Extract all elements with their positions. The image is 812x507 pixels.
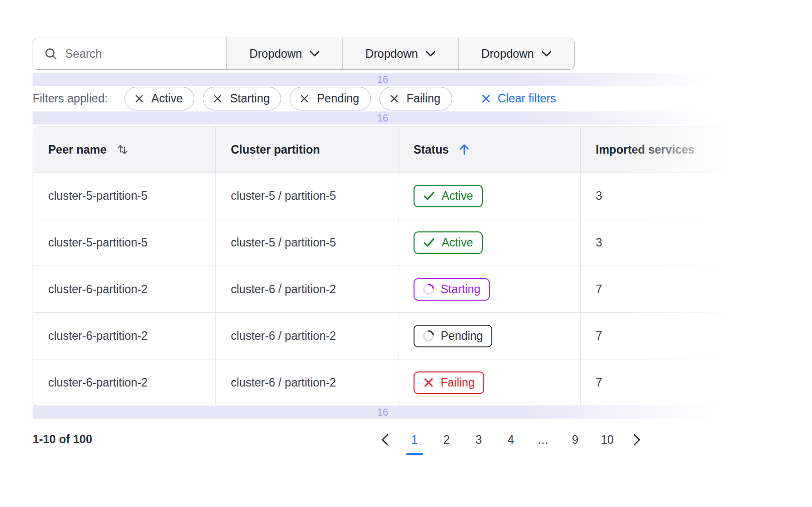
- cell-peer-name: cluster-5-partition-5: [33, 173, 215, 219]
- cell-peer-name: cluster-6-partition-2: [33, 266, 215, 312]
- chevron-down-icon: [542, 51, 552, 57]
- status-badge-starting: Starting: [414, 278, 490, 301]
- remove-filter-icon[interactable]: [300, 94, 309, 103]
- cell-cluster-partition: cluster-6 / partition-2: [215, 359, 398, 406]
- cell-cluster-partition: cluster-6 / partition-2: [215, 266, 398, 312]
- cell-status: Pending: [398, 313, 580, 359]
- filter-toolbar: Dropdown Dropdown Dropdown: [33, 38, 575, 70]
- chevron-down-icon: [426, 51, 436, 57]
- table-row: cluster-5-partition-5 cluster-5 / partit…: [33, 219, 732, 266]
- search-field[interactable]: [33, 38, 226, 69]
- dropdown-button-1[interactable]: Dropdown: [226, 38, 342, 69]
- sort-ascending-icon[interactable]: [458, 143, 471, 157]
- cell-cluster-partition: cluster-5 / partition-5: [215, 173, 398, 219]
- remove-filter-icon[interactable]: [213, 94, 222, 103]
- next-page-button[interactable]: [629, 428, 644, 452]
- previous-page-button[interactable]: [377, 428, 392, 452]
- filter-chip-label: Starting: [230, 92, 269, 105]
- filter-chip-label: Failing: [407, 92, 441, 105]
- spinner-icon: [421, 282, 437, 297]
- filter-chip-active[interactable]: Active: [124, 87, 195, 110]
- cell-imported-services: 7: [580, 266, 732, 312]
- status-badge-failing: Failing: [414, 371, 484, 394]
- remove-filter-icon[interactable]: [389, 94, 399, 103]
- pagination-summary: 1-10 of 100: [33, 433, 92, 446]
- dropdown-label: Dropdown: [481, 47, 534, 61]
- filters-applied-label: Filters applied:: [33, 92, 108, 105]
- filter-chip-starting[interactable]: Starting: [203, 87, 281, 110]
- pagination-controls: 1 2 3 4 … 9 10: [377, 428, 644, 452]
- search-icon: [44, 47, 58, 61]
- status-label: Active: [442, 236, 473, 249]
- column-label: Peer name: [48, 143, 106, 157]
- dropdown-button-3[interactable]: Dropdown: [458, 38, 574, 69]
- page-button-1[interactable]: 1: [404, 428, 425, 452]
- status-label: Active: [442, 189, 473, 203]
- search-input[interactable]: [65, 47, 215, 61]
- filter-chip-label: Active: [152, 92, 183, 105]
- filter-chip-label: Pending: [317, 92, 359, 105]
- remove-filter-icon[interactable]: [134, 94, 144, 103]
- clear-filters-icon: [481, 93, 491, 104]
- page-ellipsis: …: [533, 428, 553, 452]
- filters-applied-row: Filters applied: Active Starting: [33, 86, 556, 111]
- cell-peer-name: cluster-6-partition-2: [33, 313, 215, 359]
- chevron-down-icon: [310, 51, 320, 57]
- status-badge-active: Active: [414, 185, 483, 207]
- dropdown-button-2[interactable]: Dropdown: [342, 38, 458, 69]
- page-button-4[interactable]: 4: [501, 428, 521, 452]
- cell-status: Starting: [398, 266, 580, 312]
- dropdown-label: Dropdown: [365, 47, 418, 61]
- status-label: Pending: [441, 329, 483, 343]
- page-button-9[interactable]: 9: [565, 428, 585, 452]
- cell-imported-services: 7: [580, 313, 732, 359]
- page-button-3[interactable]: 3: [469, 428, 489, 452]
- page-button-10[interactable]: 10: [597, 428, 617, 452]
- table-row: cluster-6-partition-2 cluster-6 / partit…: [33, 312, 732, 359]
- column-label: Cluster partition: [231, 143, 320, 157]
- spinner-icon: [421, 328, 437, 344]
- cell-cluster-partition: cluster-5 / partition-5: [215, 219, 398, 266]
- cell-status: Active: [398, 219, 580, 266]
- cell-imported-services: 3: [580, 173, 732, 219]
- check-icon: [423, 237, 435, 248]
- column-header-status[interactable]: Status: [398, 127, 580, 172]
- column-header-imported-services[interactable]: Imported services: [580, 127, 732, 172]
- sort-both-icon[interactable]: [115, 143, 129, 157]
- table-row: cluster-6-partition-2 cluster-6 / partit…: [33, 266, 732, 312]
- cell-peer-name: cluster-5-partition-5: [33, 219, 215, 266]
- status-badge-active: Active: [414, 231, 483, 254]
- cell-imported-services: 7: [580, 359, 732, 406]
- table-header-row: Peer name Cluster partition Status: [33, 127, 732, 172]
- peers-table: Peer name Cluster partition Status: [33, 126, 733, 406]
- column-label: Imported services: [596, 143, 695, 157]
- spacing-marker: 16: [33, 406, 733, 419]
- dropdown-label: Dropdown: [249, 47, 302, 61]
- page: Dropdown Dropdown Dropdown: [0, 0, 812, 507]
- filter-chip-failing[interactable]: Failing: [379, 87, 452, 110]
- check-icon: [423, 190, 435, 201]
- spacing-size-label: 16: [377, 112, 388, 124]
- cell-status: Failing: [398, 359, 580, 406]
- spacing-size-label: 16: [377, 74, 388, 85]
- column-header-peer-name[interactable]: Peer name: [33, 127, 215, 172]
- clear-filters-button[interactable]: Clear filters: [481, 92, 556, 105]
- chevron-right-icon: [633, 434, 640, 446]
- column-label: Status: [414, 143, 449, 157]
- cell-status: Active: [398, 173, 580, 219]
- cell-cluster-partition: cluster-6 / partition-2: [215, 313, 398, 359]
- filter-chip-pending[interactable]: Pending: [290, 87, 370, 110]
- status-label: Starting: [441, 283, 480, 296]
- spacing-size-label: 16: [377, 407, 388, 418]
- page-button-2[interactable]: 2: [437, 428, 457, 452]
- table-row: cluster-5-partition-5 cluster-5 / partit…: [33, 172, 732, 219]
- clear-filters-label: Clear filters: [498, 92, 556, 105]
- status-label: Failing: [441, 376, 475, 390]
- cell-imported-services: 3: [580, 219, 732, 266]
- x-icon: [423, 377, 434, 388]
- chevron-left-icon: [381, 434, 388, 446]
- status-badge-pending: Pending: [414, 325, 492, 347]
- column-header-cluster-partition[interactable]: Cluster partition: [215, 127, 398, 172]
- spacing-marker: 16: [33, 73, 733, 86]
- spacing-marker: 16: [33, 111, 733, 124]
